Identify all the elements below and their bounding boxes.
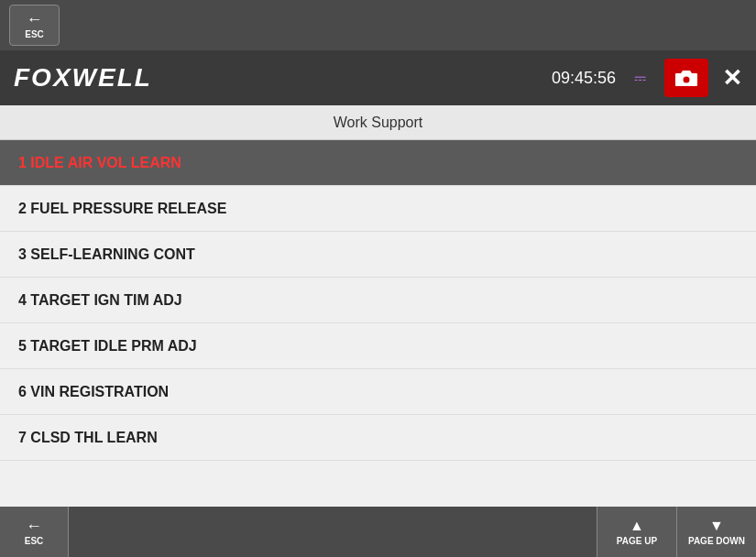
back-arrow-icon: ←: [27, 11, 43, 27]
title-bar: Work Support: [0, 105, 756, 140]
top-bar: ← ESC: [0, 0, 756, 50]
menu-item-7[interactable]: 7 CLSD THL LEARN: [0, 415, 756, 461]
menu-item-1[interactable]: 1 IDLE AIR VOL LEARN: [0, 140, 756, 186]
menu-item-5[interactable]: 5 TARGET IDLE PRM ADJ: [0, 323, 756, 369]
menu-item-6[interactable]: 6 VIN REGISTRATION: [0, 369, 756, 415]
page-up-icon: ▲: [630, 518, 644, 534]
usb-icon: ⎓: [634, 66, 646, 90]
menu-item-3[interactable]: 3 SELF-LEARNING CONT: [0, 232, 756, 278]
svg-point-0: [683, 76, 691, 84]
bottom-bar: ← ESC ▲ PAGE UP ▼ PAGE DOWN: [0, 507, 756, 557]
camera-icon: [674, 68, 698, 88]
bottom-back-arrow-icon: ←: [26, 518, 42, 534]
bottom-esc-label: ESC: [25, 536, 44, 546]
top-esc-label: ESC: [25, 29, 44, 39]
page-title: Work Support: [334, 115, 423, 131]
page-up-label: PAGE UP: [617, 536, 657, 546]
page-down-label: PAGE DOWN: [688, 536, 745, 546]
page-down-button[interactable]: ▼ PAGE DOWN: [676, 507, 756, 557]
page-up-button[interactable]: ▲ PAGE UP: [597, 507, 676, 557]
menu-item-4[interactable]: 4 TARGET IGN TIM ADJ: [0, 278, 756, 323]
close-button[interactable]: ✕: [722, 64, 742, 93]
header-bar: FOXWELL 09:45:56 ⎓ ✕: [0, 50, 756, 105]
menu-item-2[interactable]: 2 FUEL PRESSURE RELEASE: [0, 186, 756, 232]
page-down-icon: ▼: [709, 518, 724, 534]
camera-button[interactable]: [664, 59, 708, 97]
menu-spacer: [0, 461, 756, 507]
top-esc-button[interactable]: ← ESC: [9, 5, 60, 46]
clock-display: 09:45:56: [552, 69, 616, 88]
menu-list: 1 IDLE AIR VOL LEARN2 FUEL PRESSURE RELE…: [0, 140, 756, 507]
foxwell-logo: FOXWELL: [14, 63, 552, 93]
bottom-esc-button[interactable]: ← ESC: [0, 507, 69, 557]
svg-rect-1: [692, 75, 695, 77]
